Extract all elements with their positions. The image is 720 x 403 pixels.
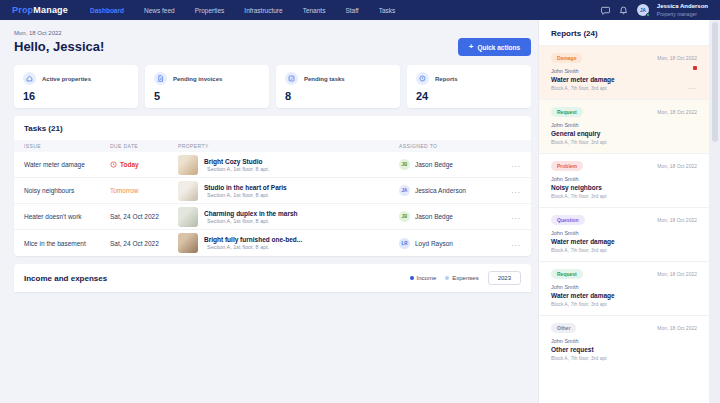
report-badge-problem: Problem bbox=[551, 161, 583, 171]
assignee-avatar: JB bbox=[399, 159, 410, 170]
legend-expenses: Expenses bbox=[445, 275, 478, 281]
row-menu-icon[interactable]: ... bbox=[499, 160, 521, 169]
report-card[interactable]: Other Mon, 18 Oct 2022 John Smith Other … bbox=[539, 315, 709, 369]
report-location: Block A, 7th floor, 3rd apt bbox=[551, 247, 697, 253]
task-issue: Heater doesn't work bbox=[24, 213, 110, 220]
task-assignee: JB Jason Bedge bbox=[399, 159, 499, 170]
property-location: Section A, 1st floor, 8 apt. bbox=[207, 218, 298, 224]
notifications-icon[interactable] bbox=[619, 5, 629, 15]
top-navbar: PropManage Dashboard News feed Propertie… bbox=[0, 0, 720, 20]
home-icon bbox=[23, 72, 36, 85]
report-card[interactable]: Request Mon, 18 Oct 2022 John Smith Gene… bbox=[539, 99, 709, 153]
report-clock-icon bbox=[416, 72, 429, 85]
nav-item-infrastructure[interactable]: Infrastructure bbox=[244, 7, 282, 14]
stat-value: 5 bbox=[154, 90, 260, 102]
report-subject: Water meter damage bbox=[551, 76, 697, 83]
expenses-dot-icon bbox=[445, 276, 449, 280]
report-card[interactable]: Request Mon, 18 Oct 2022 John Smith Wate… bbox=[539, 261, 709, 315]
stat-value: 8 bbox=[285, 90, 391, 102]
scrollbar-thumb[interactable] bbox=[712, 22, 718, 142]
report-subject: Water meter damage bbox=[551, 292, 697, 299]
tasks-table-header: Issue Due date Property Assigned to bbox=[14, 140, 531, 152]
row-menu-icon[interactable]: ... bbox=[499, 239, 521, 248]
task-assignee: LR Loyd Rayson bbox=[399, 238, 499, 249]
task-due-date: Tomorrow bbox=[110, 187, 178, 194]
stat-label: Active properties bbox=[42, 76, 91, 82]
property-photo bbox=[178, 233, 198, 253]
quick-actions-button[interactable]: + Quick actions bbox=[458, 38, 531, 56]
nav-item-tasks[interactable]: Tasks bbox=[379, 7, 396, 14]
report-location: Block A, 7th floor, 3rd apt bbox=[551, 301, 697, 307]
assignee-name: Jessica Anderson bbox=[415, 187, 466, 194]
report-reporter: John Smith bbox=[551, 68, 697, 74]
table-row[interactable]: Noisy neighbours Tomorrow Studio in the … bbox=[14, 178, 531, 204]
stat-card-pending-tasks[interactable]: Pending tasks 8 bbox=[276, 65, 400, 108]
row-menu-icon[interactable]: ... bbox=[499, 212, 521, 221]
brand-logo[interactable]: PropManage bbox=[12, 5, 68, 15]
task-issue: Water meter damage bbox=[24, 161, 110, 168]
avatar-initials: JA bbox=[640, 8, 646, 13]
nav-item-properties[interactable]: Properties bbox=[195, 7, 225, 14]
task-due-date: Today bbox=[110, 161, 178, 168]
property-name: Bright fully furnished one-bed... bbox=[204, 236, 302, 243]
property-photo bbox=[178, 155, 198, 175]
report-menu-icon[interactable]: ... bbox=[688, 83, 697, 90]
tasks-card: Tasks (21) Issue Due date Property Assig… bbox=[14, 116, 531, 256]
plus-icon: + bbox=[469, 43, 474, 51]
current-date: Mon, 18 Oct 2022 bbox=[14, 30, 104, 36]
report-reporter: John Smith bbox=[551, 338, 697, 344]
stat-card-reports[interactable]: Reports 24 bbox=[407, 65, 531, 108]
report-reporter: John Smith bbox=[551, 284, 697, 290]
report-badge-damage: Damage bbox=[551, 53, 582, 63]
report-date: Mon, 18 Oct 2022 bbox=[657, 55, 697, 61]
task-issue: Noisy neighbours bbox=[24, 187, 110, 194]
assignee-avatar: LR bbox=[399, 238, 410, 249]
task-assignee: JA Jessica Anderson bbox=[399, 185, 499, 196]
stat-card-active-properties[interactable]: Active properties 16 bbox=[14, 65, 138, 108]
year-select[interactable]: 2023 bbox=[488, 271, 521, 285]
report-reporter: John Smith bbox=[551, 176, 697, 182]
column-header-due-date: Due date bbox=[110, 143, 178, 149]
messages-icon[interactable] bbox=[601, 5, 611, 15]
row-menu-icon[interactable]: ... bbox=[499, 186, 521, 195]
report-card[interactable]: Damage Mon, 18 Oct 2022 John Smith Water… bbox=[539, 45, 709, 99]
clock-icon bbox=[110, 161, 117, 168]
user-info[interactable]: Jessica Anderson Property manager bbox=[657, 3, 708, 17]
task-property: Studio in the heart of Paris Section A, … bbox=[178, 181, 399, 201]
task-assignee: JB Jason Bedge bbox=[399, 211, 499, 222]
property-photo bbox=[178, 181, 198, 201]
task-due-date: Sat, 24 Oct 2022 bbox=[110, 213, 178, 220]
report-date: Mon, 18 Oct 2022 bbox=[657, 163, 697, 169]
nav-item-dashboard[interactable]: Dashboard bbox=[90, 7, 124, 14]
brand-prop: Prop bbox=[12, 5, 33, 15]
report-date: Mon, 18 Oct 2022 bbox=[657, 271, 697, 277]
report-location: Block A, 7th floor, 3rd apt bbox=[551, 139, 697, 145]
assignee-avatar: JA bbox=[399, 185, 410, 196]
report-badge-request: Request bbox=[551, 269, 583, 279]
column-header-property: Property bbox=[178, 143, 399, 149]
report-reporter: John Smith bbox=[551, 122, 697, 128]
report-subject: Other request bbox=[551, 346, 697, 353]
invoice-icon bbox=[154, 72, 167, 85]
nav-item-news-feed[interactable]: News feed bbox=[144, 7, 175, 14]
income-expenses-title: Income and expenses bbox=[24, 274, 107, 283]
stat-card-pending-invoices[interactable]: Pending invoices 5 bbox=[145, 65, 269, 108]
nav-item-staff[interactable]: Staff bbox=[345, 7, 358, 14]
report-card[interactable]: Problem Mon, 18 Oct 2022 John Smith Nois… bbox=[539, 153, 709, 207]
report-subject: General enquiry bbox=[551, 130, 697, 137]
report-date: Mon, 18 Oct 2022 bbox=[657, 217, 697, 223]
property-name: Bright Cozy Studio bbox=[204, 158, 269, 165]
scrollbar[interactable] bbox=[709, 20, 720, 403]
assignee-name: Jason Bedge bbox=[415, 161, 453, 168]
task-property: Charming duplex in the marsh Section A, … bbox=[178, 207, 399, 227]
table-row[interactable]: Water meter damage Today Bright Cozy Stu… bbox=[14, 152, 531, 178]
report-location: Block A, 7th floor, 3rd apt bbox=[551, 85, 697, 91]
report-card[interactable]: Question Mon, 18 Oct 2022 John Smith Wat… bbox=[539, 207, 709, 261]
report-reporter: John Smith bbox=[551, 230, 697, 236]
nav-item-tenants[interactable]: Tenants bbox=[303, 7, 326, 14]
table-row[interactable]: Heater doesn't work Sat, 24 Oct 2022 Cha… bbox=[14, 204, 531, 230]
user-avatar[interactable]: JA bbox=[637, 4, 649, 16]
report-subject: Water meter damage bbox=[551, 238, 697, 245]
table-row[interactable]: Mice in the basement Sat, 24 Oct 2022 Br… bbox=[14, 230, 531, 256]
pending-task-icon bbox=[285, 72, 298, 85]
